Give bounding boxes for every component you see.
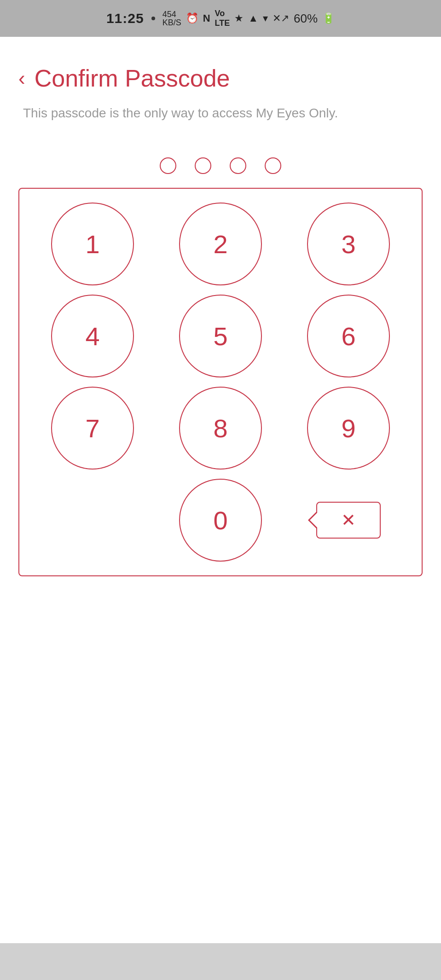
subtitle-text: This passcode is the only way to access … bbox=[23, 106, 423, 121]
status-icons: 454KB/S ⏰ N VoLTE ★ ▲ ▾ ✕↗ 60% 🔋 bbox=[162, 9, 335, 28]
page-title: Confirm Passcode bbox=[35, 64, 230, 92]
status-dot bbox=[151, 17, 155, 20]
key-0[interactable]: 0 bbox=[179, 479, 262, 562]
status-time: 11:25 bbox=[106, 11, 144, 26]
keypad-container: 1 2 3 4 5 6 7 8 9 0 ✕ bbox=[18, 188, 423, 576]
network-speed-icon: 454KB/S bbox=[162, 10, 181, 27]
back-button[interactable]: ‹ bbox=[18, 68, 25, 88]
backspace-button[interactable]: ✕ bbox=[307, 479, 390, 562]
backspace-x-icon: ✕ bbox=[341, 510, 356, 530]
wifi-icon: ▾ bbox=[263, 12, 268, 24]
key-8[interactable]: 8 bbox=[179, 387, 262, 470]
key-6[interactable]: 6 bbox=[307, 295, 390, 377]
key-3[interactable]: 3 bbox=[307, 203, 390, 285]
key-empty bbox=[51, 479, 134, 562]
status-bar: 11:25 454KB/S ⏰ N VoLTE ★ ▲ ▾ ✕↗ 60% 🔋 bbox=[0, 0, 441, 37]
bottom-bar bbox=[0, 943, 441, 980]
signal-bars-icon: ▲ bbox=[248, 12, 258, 24]
passcode-dot-1 bbox=[160, 157, 176, 174]
battery-icon: 🔋 bbox=[322, 12, 335, 24]
key-1[interactable]: 1 bbox=[51, 203, 134, 285]
keypad-grid: 1 2 3 4 5 6 7 8 9 bbox=[33, 203, 408, 470]
volte-icon: VoLTE bbox=[215, 9, 230, 28]
battery-text: 60% bbox=[294, 12, 318, 26]
passcode-dots bbox=[18, 157, 423, 174]
key-4[interactable]: 4 bbox=[51, 295, 134, 377]
header: ‹ Confirm Passcode bbox=[18, 64, 423, 92]
passcode-dot-4 bbox=[265, 157, 281, 174]
passcode-dot-3 bbox=[230, 157, 246, 174]
key-2[interactable]: 2 bbox=[179, 203, 262, 285]
backspace-shape: ✕ bbox=[316, 502, 381, 539]
key-5[interactable]: 5 bbox=[179, 295, 262, 377]
key-9[interactable]: 9 bbox=[307, 387, 390, 470]
nfc-icon: N bbox=[203, 12, 210, 24]
bottom-row: 0 ✕ bbox=[33, 479, 408, 562]
passcode-dot-2 bbox=[195, 157, 211, 174]
main-content: ‹ Confirm Passcode This passcode is the … bbox=[0, 37, 441, 595]
alarm-icon: ⏰ bbox=[186, 12, 198, 24]
x-signal-icon: ✕↗ bbox=[273, 12, 289, 24]
bluetooth-icon: ★ bbox=[234, 12, 244, 24]
key-7[interactable]: 7 bbox=[51, 387, 134, 470]
